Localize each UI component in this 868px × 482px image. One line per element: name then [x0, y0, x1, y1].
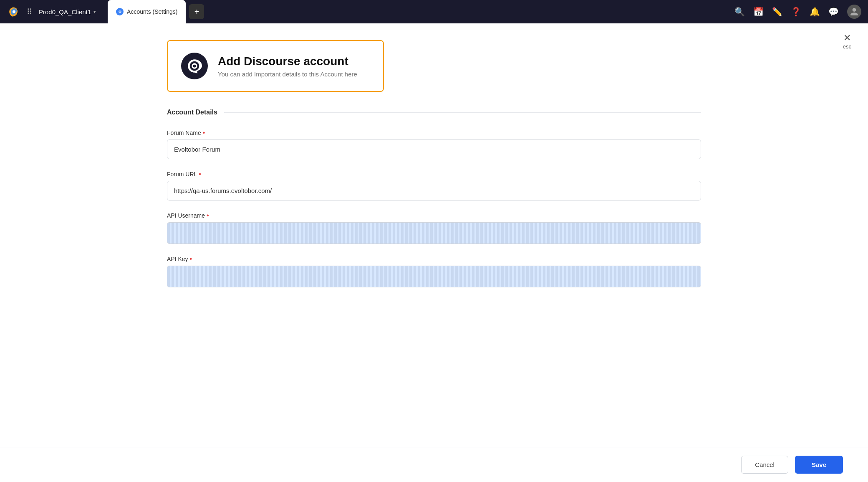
forum-url-group: Forum URL • — [167, 171, 701, 200]
main-content: ✕ esc Add Discourse account You can add … — [0, 23, 868, 482]
dialog-subtitle: You can add Important details to this Ac… — [218, 71, 357, 78]
api-username-group: API Username • — [167, 212, 701, 244]
required-indicator: • — [190, 256, 192, 262]
workspace-label: Prod0_QA_Client1 — [39, 8, 91, 15]
chat-icon[interactable]: 💬 — [828, 7, 839, 17]
section-divider — [224, 112, 701, 113]
forum-url-label: Forum URL • — [167, 171, 701, 178]
form-content: Add Discourse account You can add Import… — [142, 23, 726, 447]
close-label: esc — [843, 43, 851, 50]
forum-url-input[interactable] — [167, 181, 701, 200]
close-x-icon: ✕ — [843, 33, 851, 43]
notification-bell-icon[interactable]: 🔔 — [810, 7, 820, 17]
chevron-down-icon: ▾ — [93, 9, 96, 15]
form-footer: Cancel Save — [0, 447, 868, 482]
add-tab-button[interactable]: + — [189, 4, 204, 19]
user-avatar[interactable] — [847, 5, 861, 19]
required-indicator: • — [207, 212, 209, 219]
forum-name-label: Forum Name • — [167, 129, 701, 136]
svg-point-0 — [13, 10, 15, 13]
search-icon[interactable]: 🔍 — [734, 7, 745, 17]
api-username-label: API Username • — [167, 212, 701, 219]
logo[interactable] — [7, 5, 20, 18]
cancel-button[interactable]: Cancel — [741, 456, 788, 474]
api-username-input[interactable] — [167, 222, 701, 244]
api-key-label: API Key • — [167, 256, 701, 262]
svg-point-2 — [193, 65, 196, 68]
required-indicator: • — [199, 171, 201, 178]
help-icon[interactable]: ❓ — [791, 7, 801, 17]
dialog-title: Add Discourse account — [218, 55, 357, 68]
section-title: Account Details — [167, 109, 217, 116]
topbar-actions: 🔍 📅 ✏️ ❓ 🔔 💬 — [734, 5, 861, 19]
calendar-icon[interactable]: 📅 — [753, 7, 764, 17]
tab-label: Accounts (Settings) — [127, 8, 177, 15]
header-card: Add Discourse account You can add Import… — [167, 40, 384, 92]
tab-bar: Accounts (Settings) + — [108, 0, 204, 23]
workspace-selector[interactable]: Prod0_QA_Client1 ▾ — [39, 8, 96, 15]
topbar: ⠿ Prod0_QA_Client1 ▾ Accounts (Settings)… — [0, 0, 868, 23]
api-key-input[interactable] — [167, 266, 701, 287]
account-details-section: Account Details — [167, 109, 701, 116]
edit-icon[interactable]: ✏️ — [772, 7, 782, 17]
close-button[interactable]: ✕ esc — [843, 33, 851, 50]
apps-grid-icon[interactable]: ⠿ — [25, 5, 34, 18]
forum-name-group: Forum Name • — [167, 129, 701, 159]
accounts-settings-tab[interactable]: Accounts (Settings) — [108, 0, 186, 23]
api-key-group: API Key • — [167, 256, 701, 287]
discourse-logo-icon — [181, 53, 208, 79]
required-indicator: • — [203, 129, 205, 136]
header-text: Add Discourse account You can add Import… — [218, 55, 357, 78]
settings-icon — [116, 8, 124, 15]
forum-name-input[interactable] — [167, 140, 701, 159]
save-button[interactable]: Save — [795, 456, 843, 474]
